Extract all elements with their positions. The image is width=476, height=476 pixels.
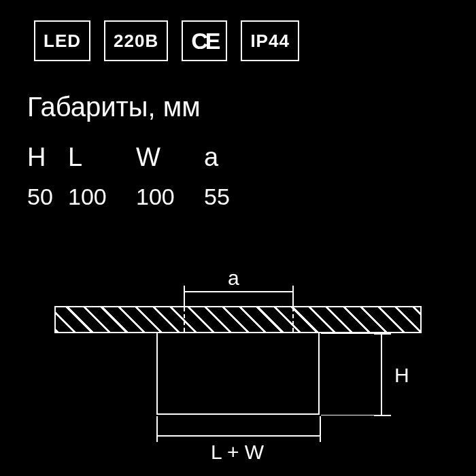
- badge-ce: CE: [182, 20, 227, 61]
- val-w: 100: [136, 184, 204, 210]
- dim-h-ext: [321, 333, 382, 334]
- dim-a-label: a: [228, 267, 239, 290]
- val-l: 100: [68, 184, 136, 210]
- dim-h-label: H: [394, 364, 409, 387]
- col-header-w: W: [136, 143, 204, 172]
- col-header-a: a: [204, 143, 245, 172]
- dim-h-tick: [374, 415, 391, 416]
- dim-table-header: H L W a: [27, 143, 245, 172]
- dim-a-tick: [292, 286, 294, 306]
- dim-a-tick: [184, 286, 185, 306]
- dim-lw-tick: [320, 416, 321, 442]
- badge-row: LED 220B CE IP44: [34, 20, 299, 61]
- cutout-edge-left: [184, 307, 185, 332]
- badge-ip: IP44: [241, 20, 299, 61]
- dim-lw-line: [156, 435, 320, 437]
- dim-a-line: [184, 291, 292, 292]
- dim-table-row: 50 100 100 55: [27, 184, 245, 210]
- cutout-edge-right: [292, 307, 294, 332]
- dim-lw-tick: [156, 416, 158, 442]
- dim-h-ext: [321, 415, 382, 415]
- val-h: 50: [27, 184, 68, 210]
- col-header-l: L: [68, 143, 136, 172]
- val-a: 55: [204, 184, 245, 210]
- dim-lw-label: L + W: [211, 441, 264, 464]
- spec-sheet: LED 220B CE IP44 Габариты, мм H L W a 50…: [0, 0, 476, 476]
- col-header-h: H: [27, 143, 68, 172]
- schematic-drawing: a H L + W: [54, 258, 422, 449]
- ceiling-section-icon: [54, 306, 422, 333]
- section-title: Габариты, мм: [27, 92, 201, 122]
- badge-led: LED: [34, 20, 90, 61]
- dim-h-tick: [374, 333, 391, 335]
- badge-voltage: 220B: [104, 20, 168, 61]
- fixture-body: [156, 333, 320, 415]
- dim-h-line: [381, 333, 382, 415]
